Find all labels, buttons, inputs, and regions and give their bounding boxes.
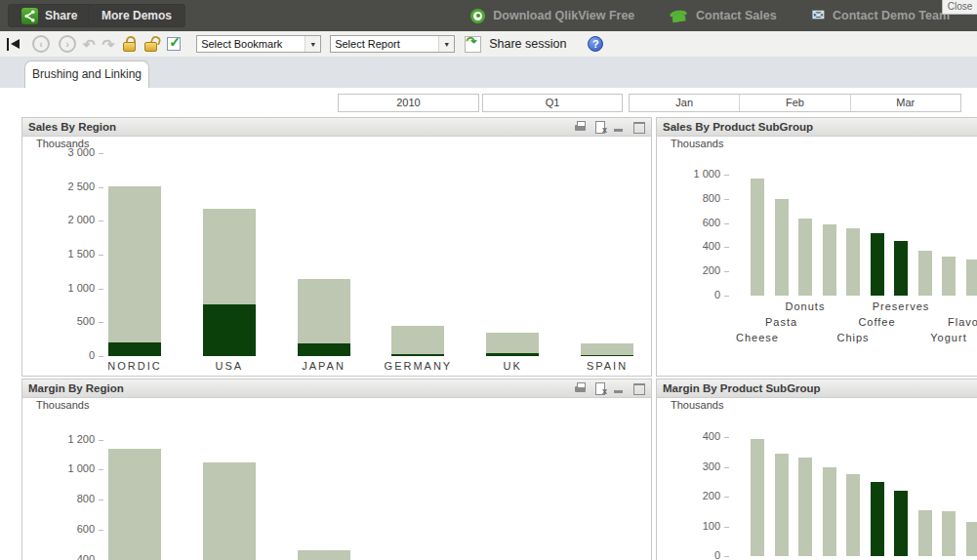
- select-report-dropdown[interactable]: Select Report ▼: [330, 35, 455, 53]
- y-tick-mark: [99, 187, 103, 188]
- bar-Cheese[interactable]: [751, 179, 764, 296]
- filter-month-mar[interactable]: Mar: [850, 95, 960, 111]
- bar-col-5[interactable]: [846, 474, 860, 556]
- x-category-label: Cheese: [709, 332, 806, 343]
- contact-sales-link[interactable]: ☎ Contact Sales: [670, 9, 776, 23]
- forward-icon[interactable]: ›: [59, 35, 76, 53]
- share-session-label[interactable]: Share session: [489, 37, 566, 51]
- bar-col-10[interactable]: [966, 522, 977, 556]
- bar-UK[interactable]: [486, 333, 539, 356]
- bar-Preserves[interactable]: [894, 241, 908, 296]
- sales-by-region-caption[interactable]: Sales By Region: [22, 118, 651, 137]
- x-category-label: UK: [464, 360, 561, 372]
- unit-label: Thousands: [36, 138, 89, 149]
- bar-JAPAN[interactable]: [298, 279, 350, 356]
- bar-Pasta[interactable]: [775, 199, 789, 296]
- bar-selected-segment[interactable]: [581, 355, 633, 356]
- minimize-icon[interactable]: [613, 382, 626, 394]
- y-tick-label: 500: [36, 315, 95, 327]
- bar-col-7[interactable]: [894, 491, 908, 556]
- bar-SPAIN[interactable]: [581, 343, 633, 356]
- y-tick-label: 1 000: [36, 462, 95, 474]
- bar-selected-segment[interactable]: [391, 354, 444, 356]
- bar-Donuts[interactable]: [798, 219, 812, 296]
- undo-icon[interactable]: ↶: [83, 37, 96, 52]
- bar-selected-segment[interactable]: [298, 343, 350, 356]
- printer-icon[interactable]: [574, 121, 587, 133]
- back-icon[interactable]: ‹: [32, 35, 50, 53]
- share-session-icon[interactable]: [465, 36, 481, 53]
- sales-by-product-subgroup-caption[interactable]: Sales By Product SubGroup: [657, 118, 977, 137]
- bar-col-6[interactable]: [871, 482, 884, 556]
- tab-strip: Brushing and Linking: [0, 57, 977, 88]
- unlock-icon[interactable]: [144, 36, 157, 52]
- close-button[interactable]: Close: [942, 0, 977, 15]
- bar-col-9[interactable]: [942, 511, 956, 556]
- redo-icon[interactable]: ↷: [102, 37, 115, 52]
- bar-selected-segment[interactable]: [203, 304, 256, 356]
- share-button[interactable]: Share: [8, 4, 91, 27]
- y-tick-label: 600: [36, 523, 95, 535]
- bar-col-2[interactable]: [775, 454, 789, 556]
- filter-month-jan[interactable]: Jan: [630, 95, 739, 111]
- y-tick-mark: [99, 289, 103, 290]
- filter-month-feb[interactable]: Feb: [739, 95, 849, 111]
- bar-GERMANY[interactable]: [391, 326, 444, 356]
- tab-brushing-and-linking[interactable]: Brushing and Linking: [24, 60, 149, 88]
- filter-year-2010[interactable]: 2010: [338, 94, 479, 112]
- bar-col-4[interactable]: [823, 467, 836, 557]
- maximize-icon[interactable]: [632, 382, 645, 394]
- bar-Yogurt[interactable]: [942, 257, 956, 296]
- bar-col-8[interactable]: [918, 510, 932, 556]
- printer-icon[interactable]: [574, 382, 587, 394]
- bar-col-4[interactable]: [823, 224, 836, 296]
- more-demos-button[interactable]: More Demos: [88, 4, 185, 27]
- margin-by-product-subgroup-caption[interactable]: Margin By Product SubGroup: [657, 380, 977, 398]
- bar-NORDIC[interactable]: [108, 186, 161, 356]
- bar-col-3[interactable]: [298, 550, 350, 560]
- unit-label: Thousands: [36, 399, 89, 411]
- minimize-icon[interactable]: [613, 121, 626, 133]
- bar-selected-segment[interactable]: [486, 353, 539, 356]
- bar-Coffee[interactable]: [871, 233, 884, 296]
- select-bookmark-dropdown[interactable]: Select Bookmark ▼: [196, 35, 321, 53]
- margin-by-region-caption[interactable]: Margin By Region: [22, 380, 651, 398]
- bar-USA[interactable]: [203, 209, 256, 356]
- y-tick-mark: [724, 437, 729, 438]
- lock-icon[interactable]: [123, 36, 136, 52]
- bar-col-1[interactable]: [108, 449, 161, 560]
- share-button-label: Share: [45, 9, 77, 22]
- current-selections-icon[interactable]: [167, 37, 181, 51]
- filter-quarter-q1[interactable]: Q1: [482, 94, 623, 112]
- margin-by-region-plot: 1 2001 000800600400: [22, 380, 651, 560]
- share-icon: [21, 8, 38, 24]
- y-tick-mark: [99, 220, 103, 221]
- contact-demo-team-link[interactable]: ✉ Contact Demo Team: [812, 9, 950, 22]
- bar-col-3[interactable]: [798, 458, 812, 556]
- y-tick-label: 2 500: [36, 180, 95, 192]
- export-icon[interactable]: [593, 382, 606, 394]
- envelope-icon: ✉: [812, 9, 825, 22]
- y-tick-label: 200: [665, 264, 720, 276]
- bar-col-2[interactable]: [203, 462, 256, 560]
- download-qlikview-link[interactable]: Download QlikView Free: [470, 9, 634, 23]
- y-tick-mark: [99, 500, 103, 500]
- y-tick-label: 100: [665, 520, 720, 532]
- bar-col-1[interactable]: [751, 439, 764, 556]
- chart-title: Margin By Region: [22, 382, 574, 394]
- y-tick-mark: [724, 556, 729, 557]
- y-tick-mark: [724, 527, 729, 528]
- y-tick-label: 1 500: [36, 248, 95, 260]
- maximize-icon[interactable]: [632, 121, 645, 133]
- export-icon[interactable]: [593, 121, 606, 133]
- bar-Flavored[interactable]: [966, 260, 977, 296]
- bar-selected-segment[interactable]: [108, 342, 161, 356]
- select-report-value: Select Report: [331, 38, 438, 50]
- bar-col-8[interactable]: [918, 251, 932, 297]
- clear-selections-icon[interactable]: [7, 38, 23, 51]
- help-icon[interactable]: ?: [588, 36, 603, 52]
- chevron-down-icon: ▼: [438, 36, 454, 52]
- chart-title: Sales By Product SubGroup: [657, 121, 977, 133]
- bar-Chips[interactable]: [846, 228, 860, 296]
- y-tick-mark: [724, 175, 729, 176]
